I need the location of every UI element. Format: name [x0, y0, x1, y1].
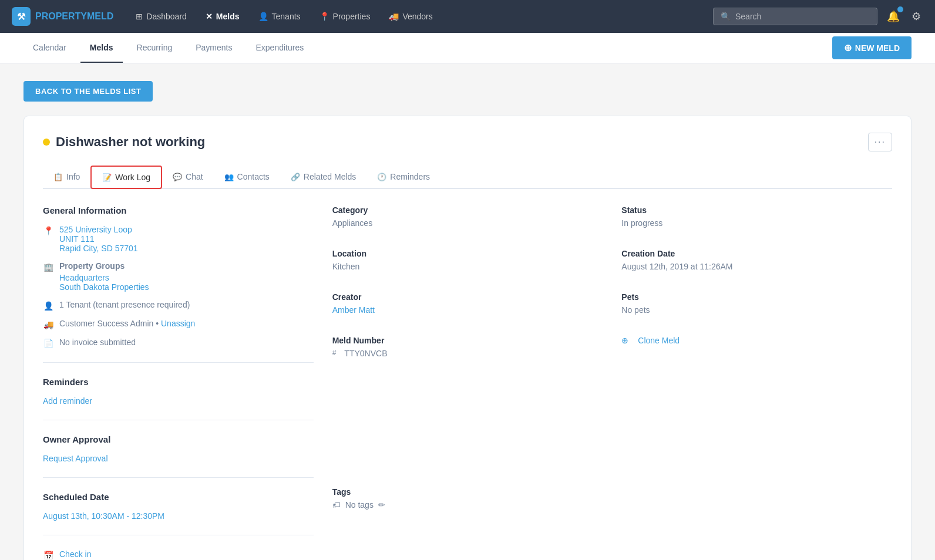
- address-line1[interactable]: 525 University Loop: [59, 225, 132, 234]
- pets-label: Pets: [621, 292, 892, 302]
- more-options-button[interactable]: ···: [868, 133, 892, 151]
- settings-button[interactable]: ⚙: [909, 8, 923, 25]
- tab-related-melds[interactable]: 🔗 Related Melds: [280, 166, 367, 189]
- meld-number-row: # TTY0NVCB: [332, 349, 603, 358]
- new-meld-button[interactable]: ⊕ NEW MELD: [832, 36, 912, 59]
- sub-nav-expenditures[interactable]: Expenditures: [246, 33, 313, 63]
- search-input[interactable]: [735, 12, 870, 21]
- owner-approval-section: Owner Approval Request Approval: [43, 434, 314, 463]
- reminders-title: Reminders: [43, 377, 314, 387]
- creator-label: Creator: [332, 292, 603, 302]
- clone-meld-link[interactable]: Clone Meld: [638, 336, 680, 345]
- tenant-row: 👤 1 Tenant (tenant presence required): [43, 300, 314, 311]
- creator-value[interactable]: Amber Matt: [332, 305, 603, 315]
- address-line2[interactable]: UNIT 111: [59, 234, 95, 244]
- vendor-icon: 🚚: [43, 320, 53, 329]
- search-icon: 🔍: [721, 12, 731, 21]
- tenant-content: 1 Tenant (tenant presence required): [59, 300, 190, 309]
- left-column: General Information 📍 525 University Loo…: [43, 205, 314, 560]
- category-block: Category Appliances: [332, 205, 603, 237]
- creator-block: Creator Amber Matt: [332, 292, 603, 324]
- nav-items: ⊞ Dashboard ✕ Melds 👤 Tenants 📍 Properti…: [127, 7, 699, 26]
- tab-bar: 📋 Info 📝 Work Log 💬 Chat 👥 Contacts 🔗 Re…: [43, 166, 892, 189]
- location-pin-icon: 📍: [43, 226, 53, 235]
- pets-block: Pets No pets: [621, 292, 892, 324]
- divider2: [43, 420, 314, 420]
- info-icon: 📋: [53, 173, 63, 181]
- sub-nav-calendar[interactable]: Calendar: [23, 33, 76, 63]
- property-group1[interactable]: Headquarters: [59, 273, 109, 282]
- general-info-title: General Information: [43, 205, 314, 215]
- tenant-icon: 👤: [43, 301, 53, 311]
- creation-date-label: Creation Date: [621, 249, 892, 258]
- vendor-name: Customer Success Admin: [59, 319, 153, 328]
- reminder-icon: 🕐: [377, 173, 386, 181]
- info-grid: General Information 📍 525 University Loo…: [43, 205, 892, 560]
- clone-meld-row: ⊕ Clone Meld: [621, 336, 892, 345]
- logo-icon: ⚒: [12, 7, 31, 26]
- nav-right: 🔍 🔔 ⚙: [713, 8, 923, 25]
- chat-icon: 💬: [173, 173, 182, 181]
- nav-item-vendors[interactable]: 🚚 Vendors: [381, 7, 440, 26]
- right-column: Status In progress Creation Date August …: [621, 205, 892, 560]
- gear-icon: ⚙: [912, 11, 921, 22]
- property-groups-row: 🏢 Property Groups Headquarters South Dak…: [43, 261, 314, 292]
- clone-icon: ⊕: [621, 336, 628, 345]
- nav-item-properties[interactable]: 📍 Properties: [311, 7, 379, 26]
- status-value: In progress: [621, 218, 892, 228]
- logo-text: PROPERTYMELD: [35, 11, 113, 22]
- pets-value: No pets: [621, 305, 892, 315]
- add-reminder-link[interactable]: Add reminder: [43, 396, 92, 406]
- status-label: Status: [621, 205, 892, 215]
- search-box[interactable]: 🔍: [713, 8, 877, 25]
- general-info-fields: 📍 525 University Loop UNIT 111 Rapid Cit…: [43, 225, 314, 348]
- scheduled-date-section: Scheduled Date August 13th, 10:30AM - 12…: [43, 492, 314, 521]
- tags-row: 🏷 No tags ✏: [332, 500, 603, 510]
- nav-item-dashboard[interactable]: ⊞ Dashboard: [127, 7, 195, 26]
- sub-nav-melds[interactable]: Melds: [80, 33, 123, 63]
- nav-item-melds[interactable]: ✕ Melds: [197, 7, 248, 26]
- vendor-row: 🚚 Customer Success Admin • Unassign: [43, 319, 314, 329]
- tab-chat[interactable]: 💬 Chat: [162, 166, 214, 189]
- status-dot: [43, 139, 50, 146]
- tags-block: Tags 🏷 No tags ✏: [332, 487, 603, 510]
- vendor-content: Customer Success Admin • Unassign: [59, 319, 195, 328]
- main-card: Dishwasher not working ··· 📋 Info 📝 Work…: [23, 116, 912, 560]
- sub-nav-payments[interactable]: Payments: [186, 33, 241, 63]
- tab-info[interactable]: 📋 Info: [43, 166, 90, 189]
- status-block: Status In progress: [621, 205, 892, 237]
- scheduled-date-value[interactable]: August 13th, 10:30AM - 12:30PM: [43, 511, 164, 521]
- request-approval-link[interactable]: Request Approval: [43, 454, 108, 463]
- nav-item-tenants[interactable]: 👤 Tenants: [250, 7, 309, 26]
- tag-icon: 🏷: [332, 500, 341, 510]
- tags-label: Tags: [332, 487, 603, 497]
- clone-meld-block: ⊕ Clone Meld: [621, 336, 892, 345]
- unassign-link[interactable]: Unassign: [161, 319, 195, 328]
- divider3: [43, 477, 314, 478]
- person-icon: 👤: [258, 12, 268, 21]
- page-content: BACK TO THE MELDS LIST Dishwasher not wo…: [0, 63, 935, 560]
- sub-nav-recurring[interactable]: Recurring: [127, 33, 182, 63]
- edit-tag-icon[interactable]: ✏: [378, 500, 385, 510]
- check-in-link[interactable]: Check in: [59, 549, 91, 559]
- hash-icon: #: [332, 349, 337, 357]
- property-group2[interactable]: South Dakota Properties: [59, 282, 149, 292]
- address-line3[interactable]: Rapid City, SD 57701: [59, 244, 138, 253]
- logo[interactable]: ⚒ PROPERTYMELD: [12, 7, 113, 26]
- tab-contacts[interactable]: 👥 Contacts: [214, 166, 280, 189]
- address-row: 📍 525 University Loop UNIT 111 Rapid Cit…: [43, 225, 314, 253]
- notifications-button[interactable]: 🔔: [884, 8, 902, 25]
- property-groups-label: Property Groups: [59, 261, 149, 271]
- contacts-icon: 👥: [224, 173, 234, 181]
- back-button[interactable]: BACK TO THE MELDS LIST: [23, 81, 153, 102]
- category-label: Category: [332, 205, 603, 215]
- creation-date-value: August 12th, 2019 at 11:26AM: [621, 262, 892, 271]
- invoice-row: 📄 No invoice submitted: [43, 338, 314, 348]
- location-block: Location Kitchen: [332, 249, 603, 281]
- tab-reminders[interactable]: 🕐 Reminders: [366, 166, 440, 189]
- invoice-content: No invoice submitted: [59, 338, 136, 347]
- location-value: Kitchen: [332, 262, 603, 271]
- sub-nav-items: Calendar Melds Recurring Payments Expend…: [23, 33, 313, 63]
- tab-work-log[interactable]: 📝 Work Log: [90, 166, 162, 189]
- reminders-section: Reminders Add reminder: [43, 377, 314, 406]
